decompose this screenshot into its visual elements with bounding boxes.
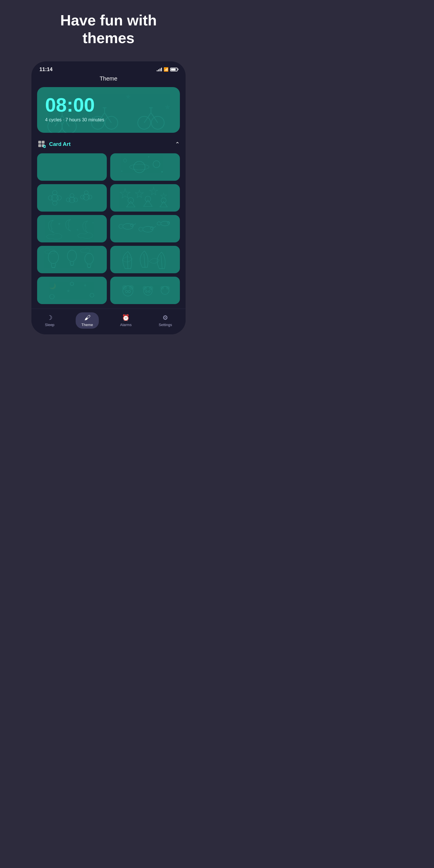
svg-point-28 (134, 161, 145, 173)
svg-point-61 (151, 227, 153, 229)
svg-point-91 (166, 286, 169, 289)
svg-text:★: ★ (76, 228, 79, 231)
svg-point-31 (123, 159, 127, 162)
stars-pattern (110, 184, 180, 212)
svg-point-85 (143, 286, 147, 290)
svg-point-39 (57, 195, 61, 200)
animals-pattern (110, 215, 180, 242)
svg-point-68 (85, 253, 93, 264)
moon-icon: ☽ (47, 314, 53, 321)
svg-point-54 (161, 198, 166, 203)
card-thumb-panda[interactable] (110, 277, 180, 304)
card-thumb-animals[interactable] (110, 215, 180, 242)
svg-text:★: ★ (92, 222, 94, 224)
svg-text:★: ★ (161, 170, 163, 173)
card-thumb-moon[interactable]: ★ ★ ★ (37, 215, 107, 242)
svg-point-30 (153, 161, 160, 167)
alarm-icon: ⏰ (122, 314, 130, 321)
card-thumb-floral[interactable] (37, 184, 107, 212)
svg-line-70 (127, 254, 128, 269)
svg-text:●: ● (148, 155, 149, 158)
space-pattern: ★ ★ ● (110, 153, 180, 181)
card-thumb-balloons[interactable] (37, 246, 107, 273)
nav-item-settings[interactable]: ⚙ Settings (153, 312, 178, 329)
phone-frame: 11:14 📶 Theme (31, 61, 186, 334)
svg-point-59 (130, 224, 133, 227)
leaves-pattern (110, 246, 180, 273)
svg-point-80 (122, 285, 127, 290)
svg-line-71 (144, 254, 145, 267)
svg-text:★: ★ (66, 288, 70, 293)
svg-point-35 (52, 194, 58, 201)
svg-point-66 (67, 250, 76, 261)
signal-icon (157, 67, 162, 71)
alarm-subtitle: 4 cycles · 7 hours 30 minutes (45, 117, 172, 123)
card-thumb-night[interactable]: 🌙 ★ ★ (37, 277, 107, 304)
svg-point-38 (48, 195, 53, 200)
nav-item-sleep[interactable]: ☽ Sleep (39, 312, 60, 329)
card-art-section: Card Art ⌃ ★ ★ ● (37, 140, 180, 304)
svg-point-76 (50, 294, 54, 299)
card-thumb-stars[interactable] (110, 184, 180, 212)
nav-item-alarms[interactable]: ⏰ Alarms (114, 312, 137, 329)
battery-icon (170, 68, 178, 71)
svg-point-47 (88, 195, 92, 199)
svg-point-45 (84, 191, 88, 195)
svg-point-83 (128, 290, 130, 293)
card-grid: ★ ★ ● (37, 153, 180, 304)
card-art-label: Card Art (49, 141, 70, 147)
svg-point-77 (70, 282, 74, 285)
svg-rect-23 (38, 144, 41, 147)
svg-point-58 (123, 223, 133, 229)
screen-title: Theme (37, 75, 180, 82)
night-pattern: 🌙 ★ ★ (37, 277, 107, 304)
headline-line1: Have fun with (60, 12, 157, 29)
svg-point-42 (66, 198, 70, 202)
screen-content: Theme (31, 75, 186, 304)
card-art-left: Card Art (37, 140, 70, 149)
svg-point-60 (143, 226, 153, 232)
alarm-time: 08:00 (45, 95, 172, 115)
svg-marker-50 (150, 187, 158, 195)
status-time: 11:14 (39, 66, 53, 72)
svg-point-63 (167, 222, 169, 224)
svg-point-53 (145, 196, 151, 202)
balloons-pattern (37, 246, 107, 273)
svg-point-81 (129, 285, 134, 290)
card-art-icon (37, 140, 46, 149)
svg-point-52 (128, 197, 134, 203)
svg-text:★: ★ (121, 170, 123, 173)
status-bar: 11:14 📶 (31, 61, 186, 75)
svg-point-90 (160, 286, 164, 289)
svg-point-88 (149, 291, 150, 292)
svg-point-82 (125, 290, 128, 293)
chevron-up-icon[interactable]: ⌃ (175, 141, 180, 148)
nav-item-theme[interactable]: 🖌 Theme (76, 312, 98, 329)
svg-line-72 (161, 255, 162, 269)
svg-point-29 (130, 164, 149, 170)
alarm-card[interactable]: ★ ★ ★ 08:00 4 cycles · 7 hours 30 minute… (37, 87, 180, 133)
svg-point-78 (90, 293, 94, 297)
headline: Have fun with themes (43, 11, 174, 47)
bottom-nav: ☽ Sleep 🖌 Theme ⏰ Alarms ⚙ Settings (31, 309, 186, 334)
card-thumb-leaves[interactable] (110, 246, 180, 273)
card-thumb-space[interactable]: ★ ★ ● (110, 153, 180, 181)
brush-icon: 🖌 (84, 314, 91, 321)
status-icons: 📶 (157, 67, 178, 72)
svg-marker-48 (120, 188, 130, 198)
nav-label-settings: Settings (159, 323, 172, 327)
svg-rect-21 (38, 141, 41, 144)
svg-marker-49 (135, 190, 143, 197)
svg-point-87 (146, 291, 147, 292)
card-art-header: Card Art ⌃ (37, 140, 180, 149)
floral-pattern (37, 184, 107, 212)
gear-icon: ⚙ (162, 314, 168, 321)
card-thumb-plain[interactable] (37, 153, 107, 181)
moon-pattern: ★ ★ ★ (37, 215, 107, 242)
nav-label-theme: Theme (82, 323, 93, 327)
svg-point-86 (149, 286, 153, 290)
svg-text:★: ★ (83, 283, 87, 287)
panda-pattern (110, 277, 180, 304)
svg-point-40 (69, 197, 75, 203)
svg-point-64 (48, 251, 59, 264)
